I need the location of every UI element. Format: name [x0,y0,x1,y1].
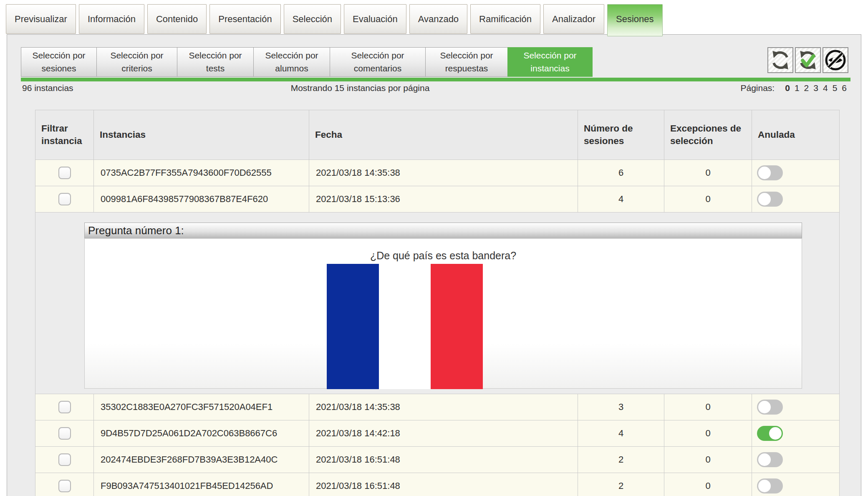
instance-row: 202474EBDE3F268FD7B39A3E3B12A40C2021/03/… [35,447,840,473]
subtab-label-line1: Selección por [97,49,177,62]
anulada-toggle[interactable] [757,426,783,441]
filter-checkbox[interactable] [58,453,71,466]
main-tab-bar: PrevisualizarInformaciónContenidoPresent… [6,4,663,36]
page-1[interactable]: 1 [795,83,800,93]
filter-cell [35,420,94,447]
instance-row: 35302C1883E0A270FC3F571520A04EF12021/03/… [35,394,840,420]
selection-exceptions-count: 0 [664,473,752,496]
tab-analizador[interactable]: Analizador [543,4,604,34]
instance-date: 2021/03/18 14:42:18 [309,420,578,447]
instance-id: 35302C1883E0A270FC3F571520A04EF1 [94,394,309,420]
instance-date: 2021/03/18 15:13:36 [309,186,578,213]
flag-image [327,264,483,389]
flag-stripe-white [379,264,431,389]
tab-informacion[interactable]: Información [79,4,144,34]
anulada-toggle[interactable] [757,478,783,493]
filter-checkbox[interactable] [58,193,71,205]
sessions-count: 2 [578,473,664,496]
subtab-tests[interactable]: Selección portests [177,47,254,77]
instance-id: 202474EBDE3F268FD7B39A3E3B12A40C [94,447,309,473]
instances-count: 96 instancias [22,83,73,93]
active-subtab-underline [21,78,850,81]
tab-seleccion[interactable]: Selección [284,4,341,34]
instance-row: 9D4B57D7D25A061D2A702C063B8667C62021/03/… [35,420,840,447]
filter-cell [35,394,94,420]
anulada-toggle[interactable] [757,192,783,207]
tab-evaluacion[interactable]: Evaluación [344,4,406,34]
anulada-cell [752,186,840,213]
sessions-count: 4 [578,420,664,447]
tab-contenido[interactable]: Contenido [147,4,207,34]
instance-date: 2021/03/18 14:35:38 [309,160,578,186]
tab-ramificacion[interactable]: Ramificación [470,4,540,34]
sessions-count: 6 [578,160,664,186]
toggle-knob [758,453,771,466]
anulada-toggle[interactable] [757,400,783,415]
tab-presentacion[interactable]: Presentación [209,4,280,34]
toggle-knob [758,401,771,413]
filter-checkbox[interactable] [58,427,71,440]
filter-checkbox[interactable] [58,167,71,179]
question-title: Pregunta número 1: [84,223,802,238]
subtab-sesiones[interactable]: Selección porsesiones [21,47,97,77]
column-header-excepciones-de-seleccion: Excepciones de selección [664,110,752,160]
subtab-label-line2: instancias [508,62,592,75]
column-header-anulada: Anulada [752,110,840,160]
question-content: ¿De qué país es esta bandera? [84,238,802,389]
subtab-instancias[interactable]: Selección porinstancias [507,47,593,77]
column-header-instancias: Instancias [94,110,309,160]
toggle-knob [758,167,771,179]
subtab-label-line2: alumnos [254,62,330,75]
question-text: ¿De qué país es esta bandera? [85,239,802,264]
page-0[interactable]: 0 [785,83,790,93]
sessions-panel: Selección porsesionesSelección porcriter… [7,34,861,496]
subtab-respuestas[interactable]: Selección porrespuestas [425,47,508,77]
tab-avanzado[interactable]: Avanzado [409,4,467,34]
page-6[interactable]: 6 [842,83,847,93]
refresh-check-icon[interactable] [795,47,821,73]
toggle-knob [758,480,771,492]
page-2[interactable]: 2 [804,83,809,93]
instance-date: 2021/03/18 16:51:48 [309,447,578,473]
per-page-info: Mostrando 15 instancias por página [222,83,498,93]
page-5[interactable]: 5 [833,83,838,93]
filter-checkbox[interactable] [58,480,71,492]
anulada-toggle[interactable] [757,452,783,467]
filter-cell [35,473,94,496]
subtab-label-line2: tests [177,62,253,75]
subtab-alumnos[interactable]: Selección poralumnos [253,47,330,77]
instance-id: 0735AC2B77FF355A7943600F70D62555 [94,160,309,186]
anulada-cell [752,160,840,186]
filter-cell [35,186,94,213]
page-4[interactable]: 4 [823,83,828,93]
toggle-knob [758,193,771,205]
selection-exceptions-count: 0 [664,420,752,447]
anulada-cell [752,473,840,496]
instances-table: Filtrar instanciaInstanciasFechaNúmero d… [35,110,840,496]
subtab-label-line1: Selección por [21,49,96,62]
column-header-numero-de-sesiones: Número de sesiones [578,110,664,160]
column-header-filtrar-instancia: Filtrar instancia [35,110,94,160]
subtab-comentarios[interactable]: Selección porcomentarios [330,47,426,77]
pagination: Páginas:0123456 [740,83,847,93]
toolbar [767,47,848,73]
selection-exceptions-count: 0 [664,447,752,473]
eye-slash-icon[interactable] [823,47,848,73]
filter-cell [35,447,94,473]
selection-exceptions-count: 0 [664,160,752,186]
selection-subtab-bar: Selección porsesionesSelección porcriter… [21,47,592,77]
tab-previsualizar[interactable]: Previsualizar [6,4,76,34]
tab-sesiones[interactable]: Sesiones [607,4,663,36]
subtab-label-line2: sesiones [21,62,96,75]
toggle-knob [769,427,782,440]
sessions-count: 3 [578,394,664,420]
filter-checkbox[interactable] [58,401,71,413]
anulada-cell [752,447,840,473]
anulada-toggle[interactable] [757,165,783,180]
page-3[interactable]: 3 [813,83,818,93]
column-header-fecha: Fecha [309,110,578,160]
subtab-criterios[interactable]: Selección porcriterios [96,47,177,77]
subtab-label-line1: Selección por [330,49,425,62]
refresh-icon[interactable] [767,47,793,73]
question-preview-row: Pregunta número 1:¿De qué país es esta b… [35,213,840,394]
